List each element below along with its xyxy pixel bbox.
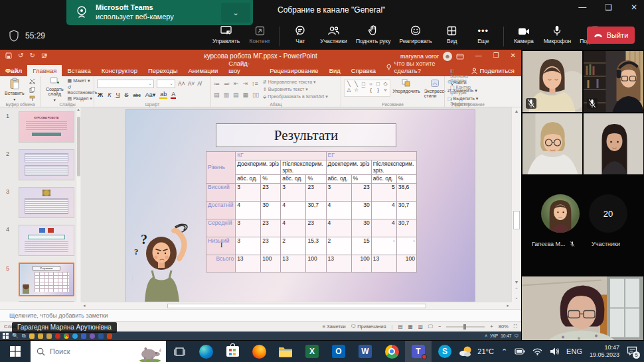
shared-clock[interactable]: 10:47 (501, 333, 511, 338)
bold-button[interactable]: Ж (97, 91, 104, 98)
zoom-slider[interactable] (446, 326, 485, 328)
outdent-icon[interactable]: ⇤ (234, 80, 239, 87)
store-button[interactable] (219, 341, 246, 362)
slide-thumbnail-6[interactable]: Висновки (19, 301, 74, 302)
tab-animations[interactable]: Анимации (183, 65, 224, 76)
table-cell[interactable]: 13 (371, 255, 396, 272)
fit-slide-icon[interactable]: ⛶ (514, 324, 517, 330)
table-cell[interactable]: 3 (326, 184, 351, 202)
table-cell[interactable]: 30 (261, 202, 281, 219)
numbering-icon[interactable]: ≕ (224, 80, 230, 87)
table-cell[interactable]: 30,7 (306, 202, 326, 219)
tray-chevron-icon[interactable]: ⌃ (501, 347, 507, 356)
table-cell[interactable]: 2 (281, 237, 306, 255)
folder-icon[interactable] (38, 333, 43, 339)
table-cell[interactable]: - (371, 237, 396, 255)
shapes-gallery[interactable]: ╲╲□○□◇ △☆⌒{}▿ (344, 80, 390, 97)
folder-icon[interactable] (29, 333, 35, 339)
battery-icon[interactable] (515, 347, 525, 355)
shared-taskview-icon[interactable]: ⧉ (22, 333, 26, 339)
word-button[interactable]: W (352, 341, 378, 362)
table-cell[interactable]: 3 (236, 237, 261, 255)
paste-button[interactable]: Вставить▾ (3, 77, 27, 102)
clock[interactable]: 10:47 19.05.2023 (590, 344, 619, 359)
participant-avatar[interactable] (541, 194, 580, 233)
format-painter-icon[interactable] (29, 95, 35, 101)
smartart-button[interactable]: ⬙ Преобразовать в SmartArt ▾ (263, 94, 328, 99)
table-cell[interactable]: 30 (351, 202, 371, 219)
table-cell[interactable]: 13 (281, 255, 306, 272)
unit-header-cell[interactable]: абс. од. (281, 175, 306, 184)
shared-notification-icon[interactable]: 🗨 (515, 333, 519, 338)
chrome-icon[interactable] (64, 333, 69, 339)
table-cell[interactable]: 100 (306, 255, 326, 272)
previous-slide-button[interactable]: ⌃ (512, 287, 521, 292)
row-header-cell[interactable]: Рівень (206, 152, 236, 184)
table-cell[interactable]: 100 (261, 255, 281, 272)
raise-hand-button[interactable]: Поднять руку (356, 25, 391, 44)
unit-header-cell[interactable]: абс. од. (236, 175, 261, 184)
outlook-button[interactable]: O (325, 341, 352, 362)
shared-tray-chevron[interactable]: ˄ (485, 333, 487, 338)
clear-format-icon[interactable]: A̸ (197, 80, 201, 87)
arrange-button[interactable]: Упорядочить (393, 78, 420, 101)
ppt-close-button[interactable]: ✕ (511, 52, 516, 59)
table-cell[interactable]: - (396, 237, 416, 255)
ppt-share-button[interactable]: Поделиться (465, 65, 521, 76)
strike-button[interactable]: S (123, 91, 129, 98)
row-label[interactable]: Високий (206, 184, 236, 202)
align-center-icon[interactable]: ▥ (224, 91, 230, 98)
unit-header-cell[interactable]: % (261, 175, 281, 184)
text-direction-button[interactable]: ⇵ Направление текста ▾ (263, 80, 316, 85)
normal-view-icon[interactable]: ▤ (398, 324, 402, 330)
table-cell[interactable]: 30,7 (396, 219, 416, 237)
line-spacing-icon[interactable]: ↕≡ (252, 80, 258, 87)
scroll-right-arrow[interactable]: ▸ (507, 303, 509, 308)
tab-slideshow[interactable]: Слайд-шоу (223, 58, 264, 76)
more-button[interactable]: ••• Еще (472, 25, 495, 44)
align-text-button[interactable]: ⇕ Выровнять текст ▾ (263, 87, 308, 92)
video-tile-2[interactable] (584, 51, 643, 112)
react-button[interactable]: Реагировать (399, 25, 432, 44)
copy-icon[interactable] (29, 87, 35, 93)
table-cell[interactable]: 4 (236, 202, 261, 219)
weather-widget[interactable]: 21°C (459, 345, 494, 357)
sub-header-cell[interactable]: Післяексперим. зріз. (371, 160, 416, 175)
results-table[interactable]: Рівень КГ ЕГ Доекперим. зріз Післяекспер… (206, 151, 417, 272)
table-cell[interactable]: 23 (351, 184, 371, 202)
content-button[interactable]: Контент (248, 25, 271, 44)
table-cell[interactable]: 23 (306, 219, 326, 237)
table-cell[interactable]: 5 (371, 184, 396, 202)
slide-thumbnail-5[interactable]: Результати (19, 263, 74, 296)
unit-header-cell[interactable]: % (396, 175, 416, 184)
comments-toggle[interactable]: 🗨 Примечания (351, 324, 386, 330)
col-group-kg[interactable]: КГ (236, 152, 326, 160)
camera-button[interactable]: Камера (513, 25, 535, 44)
video-tile-5[interactable] (522, 276, 643, 340)
manage-button[interactable]: Управлять (212, 25, 240, 44)
table-cell[interactable]: 100 (396, 255, 416, 272)
start-button[interactable] (0, 341, 31, 362)
tab-view[interactable]: Вид (324, 65, 346, 76)
replace-button[interactable]: ⇄ Заменить ▾ (447, 88, 477, 93)
table-cell[interactable]: 4 (281, 202, 306, 219)
file-explorer-button[interactable] (272, 341, 299, 362)
table-cell[interactable]: 13 (236, 255, 261, 272)
zoom-out-button[interactable]: − (438, 324, 441, 330)
slide-sorter-icon[interactable]: ▦ (408, 324, 413, 330)
slide-title-box[interactable]: Результати (216, 123, 396, 147)
table-cell[interactable]: 30 (351, 219, 371, 237)
table-cell[interactable]: 3 (236, 184, 261, 202)
new-slide-button[interactable]: Создать слайд▾ (44, 76, 66, 103)
zoom-slider-thumb[interactable] (463, 324, 466, 330)
firefox-button[interactable] (246, 341, 272, 362)
char-spacing-button[interactable]: abc (132, 93, 141, 97)
table-cell[interactable]: 30,7 (396, 202, 416, 219)
maximize-button[interactable]: ❑ (605, 3, 612, 12)
sub-header-cell[interactable]: Доекперим. зріз (236, 160, 281, 175)
confused-woman-illustration[interactable]: ? ? ··· ··· ··· (131, 220, 197, 302)
vertical-scrollbar[interactable]: ▲ ▼ ⌃ ⌄ (511, 107, 521, 302)
row-label[interactable]: Всього (206, 255, 236, 272)
table-cell[interactable]: 2 (326, 237, 351, 255)
notes-toggle[interactable]: ≡ Заметки (322, 324, 345, 330)
